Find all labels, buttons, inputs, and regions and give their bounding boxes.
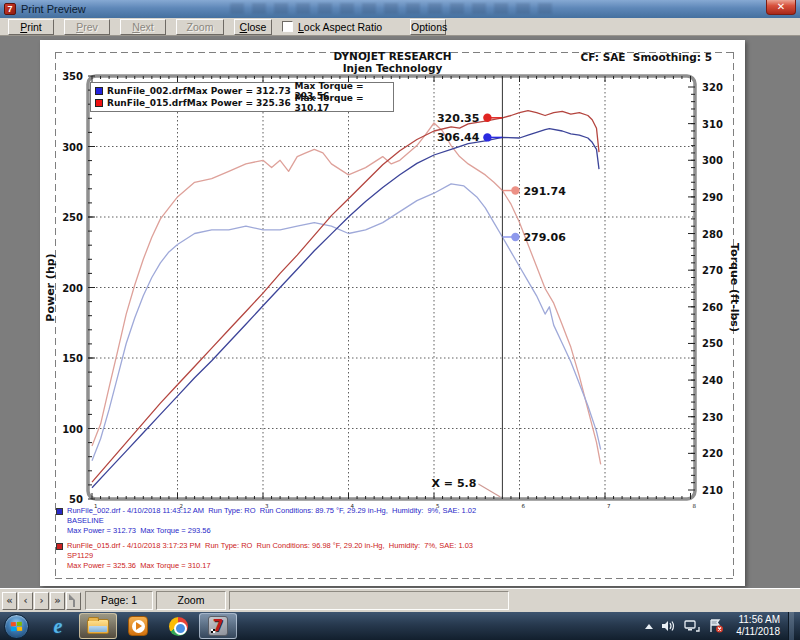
svg-text:240: 240 xyxy=(702,375,723,386)
run-info-baseline: RunFile_002.drf - 4/10/2018 11:43:12 AM … xyxy=(56,506,476,536)
next-page-button[interactable]: › xyxy=(34,592,49,610)
taskbar-clock[interactable]: 11:56 AM 4/11/2018 xyxy=(736,614,780,638)
legend-swatch-blue xyxy=(95,87,103,95)
last-page-button[interactable]: » xyxy=(50,592,65,610)
dyno-chart: 3503002502001501005032031030029028027026… xyxy=(40,40,745,586)
svg-text:200: 200 xyxy=(62,283,83,294)
zoom-panel: Zoom xyxy=(156,591,226,610)
preview-area: DYNOJET RESEARCH Injen Technology CF: SA… xyxy=(0,36,800,588)
next-button[interactable]: Next xyxy=(120,19,166,35)
chart-legend: RunFile_002.drf Max Power = 312.73 Max T… xyxy=(90,82,394,112)
svg-text:320.35: 320.35 xyxy=(437,112,479,125)
svg-text:320: 320 xyxy=(702,82,723,93)
svg-text:350: 350 xyxy=(62,71,83,82)
chrome-icon[interactable] xyxy=(159,613,197,639)
first-page-button[interactable]: « xyxy=(2,592,17,610)
winpep-app-icon[interactable]: 7 xyxy=(199,613,237,639)
svg-text:50: 50 xyxy=(69,494,83,505)
close-preview-button[interactable]: Close xyxy=(234,19,272,35)
svg-text:290: 290 xyxy=(702,192,723,203)
prev-button[interactable]: Prev xyxy=(64,19,110,35)
svg-text:260: 260 xyxy=(702,302,723,313)
statusbar: « ‹ › » Page: 1 Zoom xyxy=(0,588,800,612)
start-button[interactable] xyxy=(4,614,29,639)
network-icon[interactable] xyxy=(684,619,700,633)
svg-text:6: 6 xyxy=(522,503,526,509)
close-button[interactable]: ✕ xyxy=(766,0,796,15)
zoom-out-button[interactable]: Zoom Out xyxy=(176,19,224,35)
titlebar-ghost-text xyxy=(230,3,560,14)
options-button[interactable]: Options xyxy=(410,19,446,35)
system-tray: 11:56 AM 4/11/2018 xyxy=(645,612,800,640)
svg-text:270: 270 xyxy=(702,265,723,276)
legend-row: RunFile_015.drf Max Power = 325.36 Max T… xyxy=(95,97,389,109)
show-desktop-button[interactable] xyxy=(788,612,794,640)
window-title: Print Preview xyxy=(21,3,86,15)
preview-page: DYNOJET RESEARCH Injen Technology CF: SA… xyxy=(40,40,745,586)
run-swatch-red xyxy=(56,543,63,550)
run-swatch-blue xyxy=(56,508,63,515)
svg-text:279.06: 279.06 xyxy=(523,231,566,244)
svg-text:250: 250 xyxy=(62,212,83,223)
page-setup-button[interactable] xyxy=(66,592,81,610)
svg-text:150: 150 xyxy=(62,353,83,364)
page-number-panel: Page: 1 xyxy=(85,591,153,610)
action-center-icon[interactable] xyxy=(708,619,724,633)
svg-text:X = 5.8: X = 5.8 xyxy=(432,477,477,490)
windows-logo-icon xyxy=(11,621,23,632)
run-info-sp1129: RunFile_015.drf - 4/10/2018 3:17:23 PM R… xyxy=(56,541,476,571)
svg-text:230: 230 xyxy=(702,412,723,423)
status-empty-panel xyxy=(229,591,509,610)
svg-text:Torque (ft-lbs): Torque (ft-lbs) xyxy=(728,243,741,332)
svg-text:8: 8 xyxy=(693,503,697,509)
svg-text:310: 310 xyxy=(702,119,723,130)
svg-text:220: 220 xyxy=(702,448,723,459)
svg-text:250: 250 xyxy=(702,338,723,349)
print-button[interactable]: Print xyxy=(8,19,54,35)
prev-page-button[interactable]: ‹ xyxy=(18,592,33,610)
svg-text:300: 300 xyxy=(702,155,723,166)
svg-text:306.44: 306.44 xyxy=(437,131,480,144)
svg-text:Power (hp): Power (hp) xyxy=(44,253,57,321)
svg-text:280: 280 xyxy=(702,229,723,240)
internet-explorer-icon[interactable]: e xyxy=(39,613,77,639)
tray-expand-icon[interactable] xyxy=(645,624,653,629)
run-info-footer: RunFile_002.drf - 4/10/2018 11:43:12 AM … xyxy=(56,506,476,576)
svg-text:100: 100 xyxy=(62,424,83,435)
svg-text:210: 210 xyxy=(702,485,723,496)
lock-aspect-checkbox[interactable] xyxy=(282,21,293,32)
svg-text:7: 7 xyxy=(607,503,611,509)
window-titlebar[interactable]: 7 Print Preview ✕ xyxy=(0,0,800,18)
media-player-icon[interactable] xyxy=(119,613,157,639)
lock-aspect-label[interactable]: Lock Aspect Ratio xyxy=(298,21,382,33)
toolbar: Print Prev Next Zoom Out Close Lock Aspe… xyxy=(0,18,800,36)
legend-swatch-red xyxy=(95,99,103,107)
folder-icon xyxy=(87,619,109,634)
svg-text:300: 300 xyxy=(62,142,83,153)
taskbar: e 7 11:56 AM 4/11/2018 xyxy=(0,612,800,640)
volume-icon[interactable] xyxy=(661,619,676,633)
windows-explorer-icon[interactable] xyxy=(79,613,117,639)
page-icon xyxy=(73,594,75,607)
svg-text:291.74: 291.74 xyxy=(523,185,566,198)
screen: 7 Print Preview ✕ Print Prev Next Zoom O… xyxy=(0,0,800,640)
app-icon: 7 xyxy=(4,3,16,15)
